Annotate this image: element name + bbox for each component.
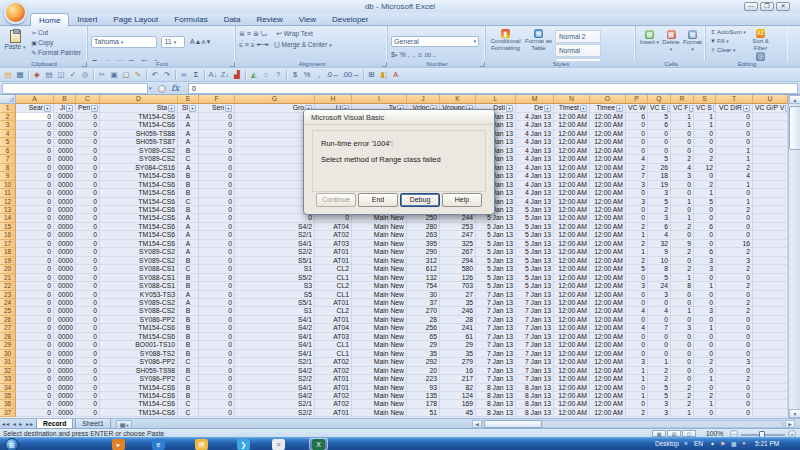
spelling-icon[interactable]: ✓	[67, 69, 79, 80]
decrease-decimal-icon[interactable]: .00→	[424, 52, 437, 58]
cell-F23[interactable]: 0	[199, 291, 235, 299]
number-format-select[interactable]: General ▾	[391, 36, 479, 47]
cell-S34[interactable]: 0	[694, 384, 716, 392]
cell-E13[interactable]: B	[178, 206, 199, 214]
cell-T33[interactable]: 2	[716, 375, 753, 383]
cell-P33[interactable]: 1	[626, 375, 648, 383]
cell-S19[interactable]: 3	[694, 257, 716, 265]
cell-G24[interactable]: S5/1	[235, 299, 315, 307]
cell-C8[interactable]: 0	[76, 164, 100, 172]
cell-K31[interactable]: 279	[440, 358, 476, 366]
cell-N6[interactable]: 12:00 AM	[554, 147, 590, 155]
cell-Q16[interactable]: 4	[648, 231, 671, 239]
format-as-table-button[interactable]: ▦ Format as Table	[522, 28, 555, 51]
cell-D9[interactable]: TM154-CS6	[100, 172, 178, 180]
cell-F6[interactable]: 0	[199, 147, 235, 155]
cell-E3[interactable]: A	[178, 121, 199, 129]
cell-O19[interactable]: 12:00 AM	[590, 257, 626, 265]
cell-R29[interactable]: 0	[671, 341, 694, 349]
cell-T32[interactable]: 0	[716, 367, 753, 375]
cell-M19[interactable]: 5 Jan 13	[516, 257, 554, 265]
cell-U26[interactable]	[753, 316, 788, 324]
increase-decimal-icon[interactable]: ←.0	[411, 52, 421, 58]
cell-M30[interactable]: 7 Jan 13	[516, 350, 554, 358]
cell-C14[interactable]: 0	[76, 214, 100, 222]
cell-O6[interactable]: 12:00 AM	[590, 147, 626, 155]
cell-U29[interactable]	[753, 341, 788, 349]
row-header-14[interactable]: 14	[0, 214, 16, 222]
cell-O26[interactable]: 12:00 AM	[590, 316, 626, 324]
cell-L34[interactable]: 8 Jan 13	[476, 384, 516, 392]
cell-S23[interactable]: 0	[694, 291, 716, 299]
cell-L18[interactable]: 5 Jan 13	[476, 248, 516, 256]
cell-C21[interactable]: 0	[76, 274, 100, 282]
percent-style-icon[interactable]: %	[399, 51, 405, 58]
cell-D33[interactable]: SY086-PP2	[100, 375, 178, 383]
cell-Q35[interactable]: 5	[648, 392, 671, 400]
cell-R10[interactable]: 0	[671, 181, 694, 189]
cell-N15[interactable]: 12:00 AM	[554, 223, 590, 231]
cell-U9[interactable]	[753, 172, 788, 180]
cell-E32[interactable]: B	[178, 367, 199, 375]
cell-P10[interactable]: 3	[626, 181, 648, 189]
cell-O36[interactable]: 12:00 AM	[590, 400, 626, 408]
cell-C15[interactable]: 0	[76, 223, 100, 231]
cell-T7[interactable]: 1	[716, 155, 753, 163]
cell-G22[interactable]: S3	[235, 282, 315, 290]
cell-G32[interactable]: S4/2	[235, 367, 315, 375]
cell-N2[interactable]: 12:00 AM	[554, 113, 590, 121]
taskbar-app-media-player[interactable]: ▸	[112, 439, 125, 450]
cell-P21[interactable]: 0	[626, 274, 648, 282]
filter-dropdown-icon[interactable]: ▾	[544, 105, 551, 112]
cell-K32[interactable]: 16	[440, 367, 476, 375]
cell-N16[interactable]: 12:00 AM	[554, 231, 590, 239]
column-header-D[interactable]: D	[100, 95, 178, 104]
copy-button[interactable]: ▣Copy	[30, 38, 85, 48]
row-header-19[interactable]: 19	[0, 257, 16, 265]
dialog-debug-button[interactable]: Debug	[400, 193, 440, 207]
cell-F32[interactable]: 0	[199, 367, 235, 375]
cell-G26[interactable]: S4/1	[235, 316, 315, 324]
cell-R14[interactable]: 1	[671, 214, 694, 222]
cell-B36[interactable]: 0000	[54, 400, 76, 408]
cell-C9[interactable]: 0	[76, 172, 100, 180]
indent-icons[interactable]: ⇤⇥	[257, 41, 269, 48]
cell-T28[interactable]: 0	[716, 333, 753, 341]
row-header-20[interactable]: 20	[0, 265, 16, 273]
cell-N14[interactable]: 12:00 AM	[554, 214, 590, 222]
cell-G21[interactable]: S5/2	[235, 274, 315, 282]
cell-T35[interactable]: 0	[716, 392, 753, 400]
cell-G20[interactable]: S1	[235, 265, 315, 273]
cell-K35[interactable]: 124	[440, 392, 476, 400]
cell-F17[interactable]: 0	[199, 240, 235, 248]
cell-M16[interactable]: 5 Jan 13	[516, 231, 554, 239]
cell-F9[interactable]: 0	[199, 172, 235, 180]
column-filter-header[interactable]: VC G/P V▾	[753, 104, 788, 113]
cell-I22[interactable]: Main New	[352, 282, 407, 290]
cell-J33[interactable]: 223	[407, 375, 440, 383]
cell-B25[interactable]: 0000	[54, 307, 76, 315]
column-header-F[interactable]: F	[199, 95, 235, 104]
cell-S11[interactable]: 1	[694, 189, 716, 197]
normal-view-button[interactable]: ▦	[652, 430, 666, 437]
cell-C30[interactable]: 0	[76, 350, 100, 358]
cell-H26[interactable]: AT01	[315, 316, 352, 324]
cell-A26[interactable]: 0	[16, 316, 54, 324]
cell-I14[interactable]: Main New	[352, 214, 407, 222]
cell-H15[interactable]: AT04	[315, 223, 352, 231]
cell-D3[interactable]: TM154-CS6	[100, 121, 178, 129]
cell-N9[interactable]: 12:00 AM	[554, 172, 590, 180]
column-header-B[interactable]: B	[54, 95, 76, 104]
decrease-decimal-icon[interactable]: .00→	[341, 69, 361, 80]
column-header-G[interactable]: G	[235, 95, 315, 104]
cell-E25[interactable]: B	[178, 307, 199, 315]
filter-dropdown-icon[interactable]: ▾	[616, 105, 623, 112]
cell-F5[interactable]: 0	[199, 138, 235, 146]
cell-S6[interactable]: 0	[694, 147, 716, 155]
cell-H14[interactable]: 0	[315, 214, 352, 222]
cell-F33[interactable]: 0	[199, 375, 235, 383]
cell-Q33[interactable]: 2	[648, 375, 671, 383]
cell-K19[interactable]: 294	[440, 257, 476, 265]
cell-C33[interactable]: 0	[76, 375, 100, 383]
cell-E14[interactable]: A	[178, 214, 199, 222]
